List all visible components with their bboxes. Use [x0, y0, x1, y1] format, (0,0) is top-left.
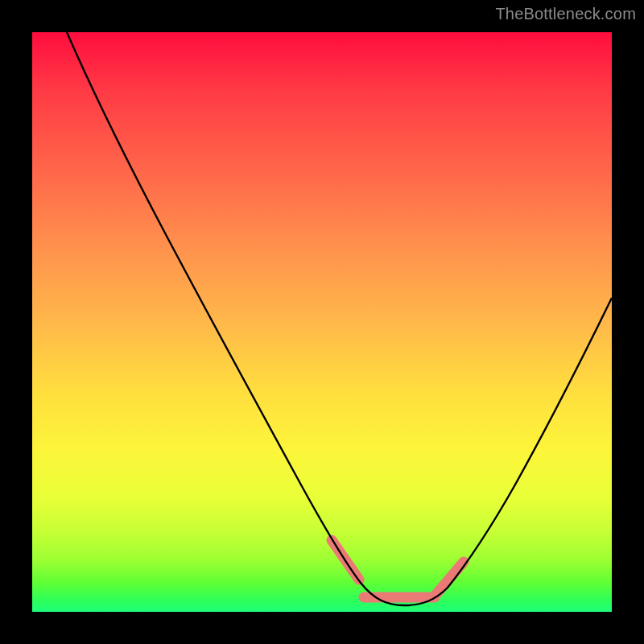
highlight-right-exit [436, 562, 464, 594]
attribution-label: TheBottleneck.com [495, 5, 636, 23]
plot-area [32, 32, 612, 612]
curve-main [67, 32, 612, 605]
bottleneck-curve [32, 32, 612, 612]
chart-frame: TheBottleneck.com [0, 0, 644, 644]
